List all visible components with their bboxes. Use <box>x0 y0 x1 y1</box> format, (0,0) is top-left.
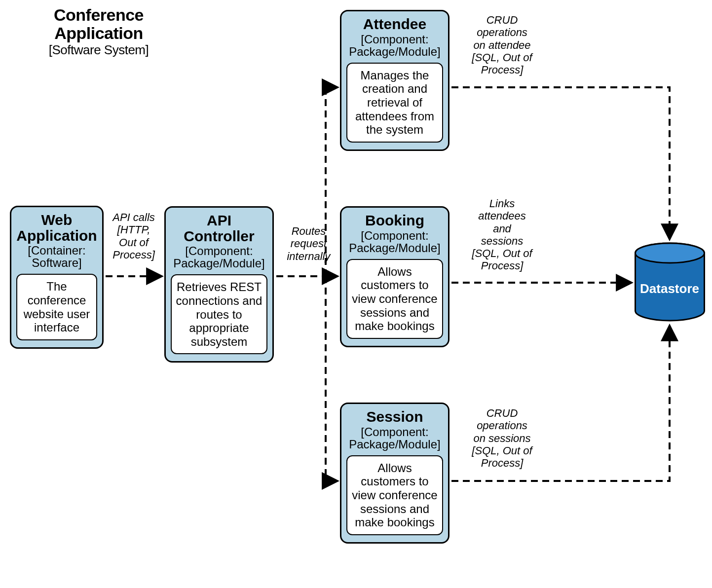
node-attendee: Attendee [Component: Package/Module] Man… <box>340 10 450 151</box>
node-name: Web Application <box>16 212 97 243</box>
node-type: [Component: Package/Module] <box>171 245 267 269</box>
node-booking: Booking [Component: Package/Module] Allo… <box>340 206 450 347</box>
node-web-application: Web Application [Container: Software] Th… <box>10 206 104 349</box>
node-type: [Container: Software] <box>16 244 97 269</box>
node-desc: Allows customers to view conference sess… <box>346 455 443 535</box>
node-type: [Component: Package/Module] <box>346 426 443 450</box>
edge-label-web-api: API calls[HTTP,Out ofProcess] <box>105 211 163 261</box>
node-desc: Retrieves REST connections and routes to… <box>171 274 267 354</box>
diagram-title: Conference Application [Software System] <box>10 6 187 57</box>
edge-label-booking-ds: Linksattendeesandsessions[SQL, Out ofPro… <box>466 197 538 272</box>
node-session: Session [Component: Package/Module] Allo… <box>340 403 450 544</box>
node-type: [Component: Package/Module] <box>346 33 443 58</box>
node-name: Datastore <box>640 281 699 296</box>
node-desc: Allows customers to view conference sess… <box>346 259 443 339</box>
diagram-title-sub: [Software System] <box>10 43 187 57</box>
diagram-title-main: Conference Application <box>10 6 187 43</box>
node-name: Session <box>346 409 443 425</box>
node-datastore: Datastore <box>634 242 706 323</box>
node-desc: The conference website user interface <box>16 274 97 340</box>
svg-point-1 <box>636 243 705 263</box>
edge-label-api-route: Routesrequestinternally <box>280 225 337 262</box>
node-api-controller: API Controller [Component: Package/Modul… <box>164 206 274 363</box>
node-name: Booking <box>346 213 443 228</box>
node-type: [Component: Package/Module] <box>346 229 443 254</box>
edge-label-attendee-ds: CRUDoperationson attendee[SQL, Out ofPro… <box>466 14 538 76</box>
node-name: API Controller <box>171 213 267 244</box>
node-desc: Manages the creation and retrieval of at… <box>346 63 443 143</box>
node-name: Attendee <box>346 16 443 32</box>
edge-label-session-ds: CRUDoperationson sessions[SQL, Out ofPro… <box>466 407 538 469</box>
